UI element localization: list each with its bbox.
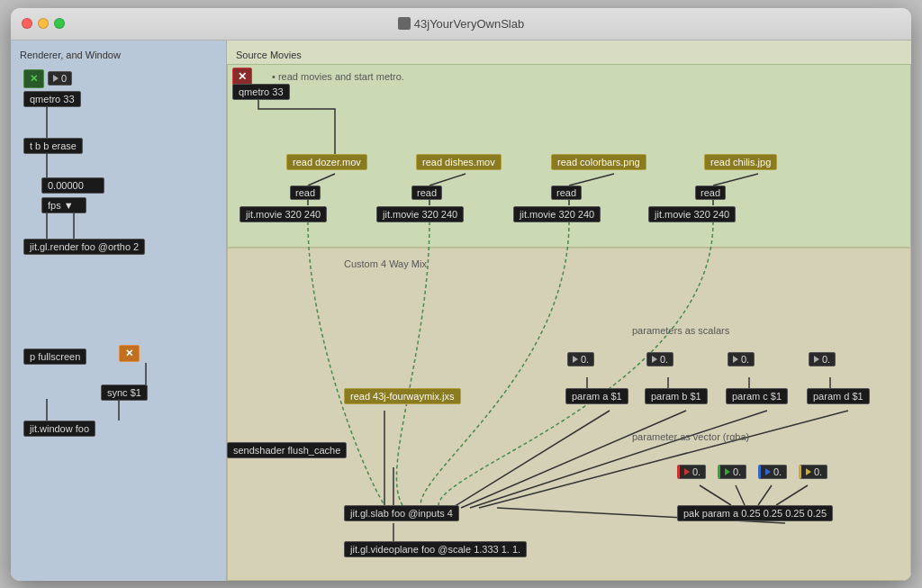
param-d-node[interactable]: param d $1 [807, 388, 870, 404]
left-jitwindow[interactable]: jit.window foo [23, 421, 95, 437]
read-node-4[interactable]: read [695, 185, 726, 200]
source-movies-title: Source Movies [227, 41, 911, 64]
right-panel: Source Movies [227, 41, 911, 581]
jitmovie-3[interactable]: jit.movie 320 240 [513, 206, 601, 222]
close-x-button[interactable]: ✕ [232, 68, 252, 86]
read-dishes-button[interactable]: read dishes.mov [416, 154, 502, 170]
vec-trigger-g[interactable]: 0. [718, 465, 746, 479]
custom-mix-label: Custom 4 Way Mix [344, 258, 427, 269]
read-node-1[interactable]: read [290, 185, 321, 200]
left-fps-val[interactable]: 0.00000 [41, 177, 104, 194]
num-trigger-a[interactable]: 0. [567, 352, 594, 366]
window-controls [22, 18, 65, 29]
main-window: 43jYourVeryOwnSlab Renderer, and Window … [11, 8, 911, 581]
left-num-display[interactable]: 0 [48, 71, 72, 86]
window-title: 43jYourVeryOwnSlab [398, 17, 524, 31]
read-dozer-button[interactable]: read dozer.mov [286, 154, 367, 170]
left-render[interactable]: jit.gl.render foo @ortho 2 [23, 239, 145, 255]
pak-param-node[interactable]: pak param a 0.25 0.25 0.25 0.25 [677, 505, 833, 521]
left-qmetro-box[interactable]: ✕ [23, 69, 44, 88]
titlebar: 43jYourVeryOwnSlab [11, 8, 911, 41]
left-qmetro33[interactable]: qmetro 33 [23, 91, 81, 107]
vec-trigger-a[interactable]: 0. [799, 465, 827, 479]
read-colorbars-button[interactable]: read colorbars.png [551, 154, 646, 170]
maximize-button[interactable] [54, 18, 65, 29]
read-shader-button[interactable]: read 43j-fourwaymix.jxs [344, 388, 461, 404]
jit-slab-node[interactable]: jit.gl.slab foo @inputs 4 [344, 505, 459, 521]
play-icon-c [733, 356, 738, 363]
left-orange-x[interactable]: ✕ [119, 345, 140, 362]
left-fps-menu[interactable]: fps ▼ [41, 197, 86, 213]
play-icon-b [652, 356, 657, 363]
play-icon-r [684, 468, 690, 475]
left-panel-title: Renderer, and Window [20, 50, 217, 60]
params-vector-label: parameter as vector (rgba) [632, 431, 749, 442]
left-tbb[interactable]: t b b erase [23, 138, 83, 154]
play-icon-a2 [806, 468, 811, 475]
play-icon-b2 [765, 468, 771, 475]
play-icon-g [725, 468, 730, 475]
num-trigger-d[interactable]: 0. [809, 352, 836, 366]
play-icon-a [573, 356, 578, 363]
play-icon [53, 75, 59, 82]
patch-qmetro33[interactable]: qmetro 33 [232, 84, 290, 100]
left-sync[interactable]: sync $1 [101, 384, 148, 401]
vec-trigger-b[interactable]: 0. [758, 465, 787, 479]
close-button[interactable] [22, 18, 32, 29]
minimize-button[interactable] [38, 18, 49, 29]
patch-area: • read movies and start metro. ✕ qmetro … [227, 64, 911, 581]
play-icon-d [814, 356, 819, 363]
jitmovie-2[interactable]: jit.movie 320 240 [376, 206, 464, 222]
read-node-2[interactable]: read [411, 185, 442, 200]
num-trigger-b[interactable]: 0. [646, 352, 673, 366]
jitmovie-4[interactable]: jit.movie 320 240 [648, 206, 736, 222]
params-scalar-label: parameters as scalars [632, 325, 729, 336]
num-trigger-c[interactable]: 0. [728, 352, 755, 366]
message-text: • read movies and start metro. [272, 71, 404, 82]
left-pfullscreen[interactable]: p fullscreen [23, 348, 86, 365]
jitmovie-1[interactable]: jit.movie 320 240 [240, 206, 327, 222]
jit-videoplane-node[interactable]: jit.gl.videoplane foo @scale 1.333 1. 1. [344, 541, 527, 557]
vec-trigger-r[interactable]: 0. [677, 465, 706, 479]
param-a-node[interactable]: param a $1 [565, 388, 628, 404]
read-node-3[interactable]: read [551, 185, 582, 200]
param-b-node[interactable]: param b $1 [645, 388, 708, 404]
read-chilis-button[interactable]: read chilis.jpg [704, 154, 777, 170]
left-panel: Renderer, and Window ✕ 0 qmetro 33 [11, 41, 227, 581]
sendshader-node[interactable]: sendshader flush_cache [227, 442, 347, 458]
content-area: Renderer, and Window ✕ 0 qmetro 33 [11, 41, 911, 581]
file-icon [398, 17, 411, 30]
param-c-node[interactable]: param c $1 [726, 388, 788, 404]
